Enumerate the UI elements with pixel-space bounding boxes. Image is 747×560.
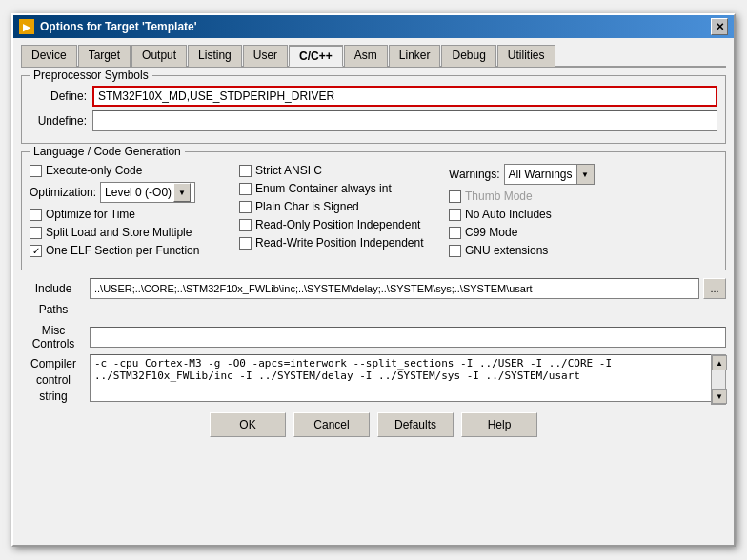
define-row: Define: (30, 86, 717, 107)
optimization-row: Optimization: Level 0 (-O0) ▼ (30, 182, 239, 203)
app-icon: ▶ (19, 19, 34, 34)
define-input[interactable] (92, 86, 717, 107)
split-load-label: Split Load and Store Multiple (46, 226, 192, 239)
compiler-input-wrap: -c -cpu Cortex-M3 -g -O0 -apcs=interwork… (90, 354, 726, 405)
tab-target[interactable]: Target (78, 45, 131, 67)
browse-button[interactable]: ... (703, 278, 726, 299)
include-paths-input[interactable] (90, 278, 699, 299)
tab-device[interactable]: Device (21, 45, 77, 67)
tab-user[interactable]: User (243, 45, 288, 67)
tab-output[interactable]: Output (131, 45, 187, 67)
ok-button[interactable]: OK (210, 412, 286, 437)
undefine-input[interactable] (92, 110, 717, 131)
strict-ansi-row: Strict ANSI C (239, 164, 449, 177)
tab-listing[interactable]: Listing (188, 45, 242, 67)
tab-bar: Device Target Output Listing User C/C++ … (21, 44, 726, 68)
split-load-checkbox[interactable] (30, 227, 42, 239)
warnings-label: Warnings: (449, 168, 500, 181)
plain-char-label: Plain Char is Signed (255, 200, 359, 213)
thumb-mode-label: Thumb Mode (465, 190, 533, 203)
language-group: Language / Code Generation Execute-only … (21, 151, 726, 270)
dialog-window: ▶ Options for Target 'Template' ✕ Device… (11, 13, 736, 547)
warnings-select[interactable]: All Warnings ▼ (504, 164, 595, 185)
readonly-pos-label: Read-Only Position Independent (255, 218, 420, 231)
c99-mode-checkbox[interactable] (449, 227, 461, 239)
tab-utilities[interactable]: Utilities (497, 45, 555, 67)
enum-container-label: Enum Container always int (255, 182, 392, 195)
readwrite-pos-label: Read-Write Position Independent (255, 236, 424, 250)
lang-col2: Strict ANSI C Enum Container always int … (239, 164, 449, 262)
strict-ansi-checkbox[interactable] (239, 165, 252, 177)
thumb-mode-checkbox[interactable] (449, 190, 461, 203)
gnu-ext-row: GNU extensions (449, 244, 717, 257)
no-auto-row: No Auto Includes (449, 208, 717, 221)
warnings-row: Warnings: All Warnings ▼ (449, 164, 717, 185)
undefine-row: Undefine: (30, 110, 717, 131)
one-elf-row: One ELF Section per Function (30, 244, 239, 257)
thumb-mode-row: Thumb Mode (449, 190, 717, 203)
strict-ansi-label: Strict ANSI C (255, 164, 322, 177)
enum-container-row: Enum Container always int (239, 182, 449, 195)
lang-col3: Warnings: All Warnings ▼ Thumb Mode No A… (449, 164, 717, 262)
lang-col1: Execute-only Code Optimization: Level 0 … (30, 164, 239, 262)
scroll-up-btn[interactable]: ▲ (712, 355, 727, 370)
gnu-ext-label: GNU extensions (465, 244, 548, 257)
preprocessor-label: Preprocessor Symbols (30, 69, 152, 82)
close-button[interactable]: ✕ (711, 18, 728, 35)
define-label: Define: (30, 90, 87, 103)
compiler-scrollbar[interactable]: ▲ ▼ (711, 354, 726, 405)
tab-debug[interactable]: Debug (441, 45, 495, 67)
help-button[interactable]: Help (461, 412, 537, 437)
dialog-title: Options for Target 'Template' (40, 20, 197, 33)
optimize-time-row: Optimize for Time (30, 208, 239, 221)
misc-label: Misc Controls (21, 324, 86, 350)
optimization-value: Level 0 (-O0) (105, 186, 172, 199)
cancel-button[interactable]: Cancel (293, 412, 370, 437)
optimization-select[interactable]: Level 0 (-O0) ▼ (100, 182, 195, 203)
execute-only-label: Execute-only Code (46, 164, 142, 177)
tab-asm[interactable]: Asm (344, 45, 388, 67)
undefine-label: Undefine: (30, 114, 87, 128)
compiler-textarea[interactable]: -c -cpu Cortex-M3 -g -O0 -apcs=interwork… (90, 354, 726, 402)
scroll-track (712, 370, 725, 389)
execute-only-checkbox[interactable] (30, 165, 42, 177)
optimize-time-checkbox[interactable] (30, 209, 42, 221)
readwrite-pos-row: Read-Write Position Independent (239, 236, 449, 250)
tab-cpp[interactable]: C/C++ (289, 45, 343, 67)
title-bar-left: ▶ Options for Target 'Template' (19, 19, 197, 34)
no-auto-label: No Auto Includes (465, 208, 552, 221)
language-content: Execute-only Code Optimization: Level 0 … (30, 164, 717, 262)
optimization-label: Optimization: (30, 186, 96, 199)
tab-linker[interactable]: Linker (389, 45, 441, 67)
plain-char-checkbox[interactable] (239, 201, 252, 213)
readonly-pos-checkbox[interactable] (239, 219, 252, 231)
plain-char-row: Plain Char is Signed (239, 200, 449, 213)
preprocessor-group: Preprocessor Symbols Define: Undefine: (21, 75, 726, 144)
c99-mode-row: C99 Mode (449, 226, 717, 239)
c99-mode-label: C99 Mode (465, 226, 517, 239)
scroll-down-btn[interactable]: ▼ (712, 389, 727, 404)
dialog-body: Device Target Output Listing User C/C++ … (13, 38, 734, 445)
one-elf-label: One ELF Section per Function (46, 244, 199, 257)
one-elf-checkbox[interactable] (30, 245, 42, 257)
enum-container-checkbox[interactable] (239, 183, 252, 195)
warnings-value: All Warnings (505, 168, 576, 181)
title-bar: ▶ Options for Target 'Template' ✕ (13, 15, 734, 38)
warnings-arrow[interactable]: ▼ (576, 165, 594, 184)
no-auto-checkbox[interactable] (449, 209, 461, 221)
misc-row: Misc Controls (21, 324, 726, 350)
execute-only-row: Execute-only Code (30, 164, 239, 177)
language-label: Language / Code Generation (30, 145, 185, 158)
include-paths-label: Include Paths (21, 278, 86, 320)
bottom-buttons: OK Cancel Defaults Help (21, 412, 726, 437)
readwrite-pos-checkbox[interactable] (239, 237, 252, 250)
defaults-button[interactable]: Defaults (377, 412, 454, 437)
optimization-arrow[interactable]: ▼ (173, 183, 191, 202)
optimize-time-label: Optimize for Time (46, 208, 135, 221)
misc-input[interactable] (90, 327, 726, 348)
compiler-section: Compiler control string -c -cpu Cortex-M… (21, 354, 726, 405)
include-paths-row: Include Paths ... (21, 278, 726, 320)
split-load-row: Split Load and Store Multiple (30, 226, 239, 239)
gnu-ext-checkbox[interactable] (449, 245, 461, 257)
readonly-pos-row: Read-Only Position Independent (239, 218, 449, 231)
